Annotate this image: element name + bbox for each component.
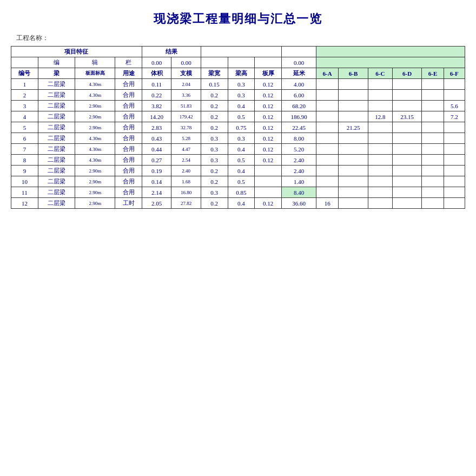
cell-id: 10 xyxy=(11,176,38,187)
cell-6d: 23.15 xyxy=(392,111,421,122)
cell-bh: 0.12 xyxy=(255,144,282,155)
cell-lg: 0.4 xyxy=(228,101,255,111)
cell-6c xyxy=(368,187,392,198)
cell-tj: 0.14 xyxy=(142,176,171,187)
cell-6f xyxy=(444,79,465,90)
cell-tj: 2.14 xyxy=(142,187,171,198)
feature-header: 项目特征 xyxy=(11,47,142,57)
cell-liang: 二层梁 xyxy=(38,144,75,155)
cell-yt: 合用 xyxy=(115,90,142,101)
cell-6f xyxy=(444,176,465,187)
cell-6c xyxy=(368,176,392,187)
cell-lk: 0.15 xyxy=(201,79,228,90)
col-6b: 6-B xyxy=(339,68,368,79)
bh-sub xyxy=(11,57,38,68)
cell-tj: 2.05 xyxy=(142,198,171,209)
cell-zm: 2.54 xyxy=(171,155,201,166)
cell-lk: 0.3 xyxy=(201,144,228,155)
cell-6a xyxy=(316,166,338,176)
cell-zm: 4.47 xyxy=(171,144,201,155)
cell-6f xyxy=(444,122,465,133)
cell-6e xyxy=(422,122,444,133)
cell-6a: 16 xyxy=(316,198,338,209)
cell-tj: 0.43 xyxy=(142,133,171,144)
table-row: 5二层梁2.90m合用2.8332.780.20.750.1222.4521.2… xyxy=(11,122,465,133)
cell-id: 2 xyxy=(11,90,38,101)
cell-ym: 1.40 xyxy=(282,176,316,187)
cell-tj: 2.83 xyxy=(142,122,171,133)
cell-6c xyxy=(368,101,392,111)
cell-liang: 二层梁 xyxy=(38,122,75,133)
cell-6c xyxy=(368,144,392,155)
cell-zm: 32.78 xyxy=(171,122,201,133)
cell-ym: 6.00 xyxy=(282,90,316,101)
cell-6c xyxy=(368,133,392,144)
cell-lk: 0.2 xyxy=(201,198,228,209)
cell-ym: 5.20 xyxy=(282,144,316,155)
cell-yt: 工时 xyxy=(115,198,142,209)
yt-sub: 栏 xyxy=(115,57,142,68)
cell-lg: 0.5 xyxy=(228,155,255,166)
cell-6d xyxy=(392,166,421,176)
cell-bm: 2.90m xyxy=(75,187,115,198)
cell-yt: 合用 xyxy=(115,166,142,176)
cell-6e xyxy=(422,176,444,187)
cell-6b xyxy=(339,79,368,90)
table-row: 9二层梁2.90m合用0.192.400.20.42.40 xyxy=(11,166,465,176)
col-lg: 梁高 xyxy=(228,68,255,79)
cell-liang: 二层梁 xyxy=(38,166,75,176)
cell-6d xyxy=(392,198,421,209)
cell-6c xyxy=(368,166,392,176)
cell-lk: 0.2 xyxy=(201,122,228,133)
cell-bm: 4.30m xyxy=(75,133,115,144)
cell-6f xyxy=(444,166,465,176)
cell-lg: 0.3 xyxy=(228,133,255,144)
cell-6a xyxy=(316,79,338,90)
six-header-blank xyxy=(316,57,465,68)
cell-lg: 0.3 xyxy=(228,79,255,90)
cell-6a xyxy=(316,155,338,166)
cell-id: 7 xyxy=(11,144,38,155)
col-yt: 用途 xyxy=(115,68,142,79)
cell-bm: 2.90m xyxy=(75,176,115,187)
cell-zm: 1.68 xyxy=(171,176,201,187)
cell-6c xyxy=(368,198,392,209)
cell-ym: 8.00 xyxy=(282,133,316,144)
cell-6a xyxy=(316,90,338,101)
cell-ym: 4.00 xyxy=(282,79,316,90)
col-6f: 6-F xyxy=(444,68,465,79)
cell-bm: 4.30m xyxy=(75,144,115,155)
cell-liang: 二层梁 xyxy=(38,187,75,198)
table-row: 6二层梁4.30m合用0.435.280.30.30.128.00 xyxy=(11,133,465,144)
cell-6a xyxy=(316,144,338,155)
cell-bh: 0.12 xyxy=(255,79,282,90)
table-row: 4二层梁2.90m合用14.20179.420.20.50.12186.9012… xyxy=(11,111,465,122)
cell-id: 5 xyxy=(11,122,38,133)
cell-6e xyxy=(422,133,444,144)
cell-6b xyxy=(339,144,368,155)
cell-lg: 0.75 xyxy=(228,122,255,133)
cell-lg: 0.5 xyxy=(228,176,255,187)
cell-lk: 0.2 xyxy=(201,90,228,101)
cell-6d xyxy=(392,122,421,133)
table-row: 10二层梁2.90m合用0.141.680.20.51.40 xyxy=(11,176,465,187)
cell-liang: 二层梁 xyxy=(38,155,75,166)
cell-zm: 5.28 xyxy=(171,133,201,144)
cell-6b xyxy=(339,198,368,209)
cell-6f xyxy=(444,155,465,166)
table-row: 3二层梁2.90m合用3.8251.830.20.40.1268.205.6 xyxy=(11,101,465,111)
cell-bm: 4.30m xyxy=(75,90,115,101)
green-header xyxy=(316,47,465,57)
cell-lk: 0.2 xyxy=(201,166,228,176)
lk-sub xyxy=(201,57,228,68)
cell-liang: 二层梁 xyxy=(38,79,75,90)
cell-tj: 14.20 xyxy=(142,111,171,122)
table-row: 7二层梁4.30m合用0.444.470.30.40.125.20 xyxy=(11,144,465,155)
cell-6d xyxy=(392,133,421,144)
cell-6f xyxy=(444,144,465,155)
cell-id: 6 xyxy=(11,133,38,144)
col-6d: 6-D xyxy=(392,68,421,79)
table-row: 8二层梁4.30m合用0.272.540.30.50.122.40 xyxy=(11,155,465,166)
col-bh: 编号 xyxy=(11,68,38,79)
cell-lk: 0.2 xyxy=(201,176,228,187)
